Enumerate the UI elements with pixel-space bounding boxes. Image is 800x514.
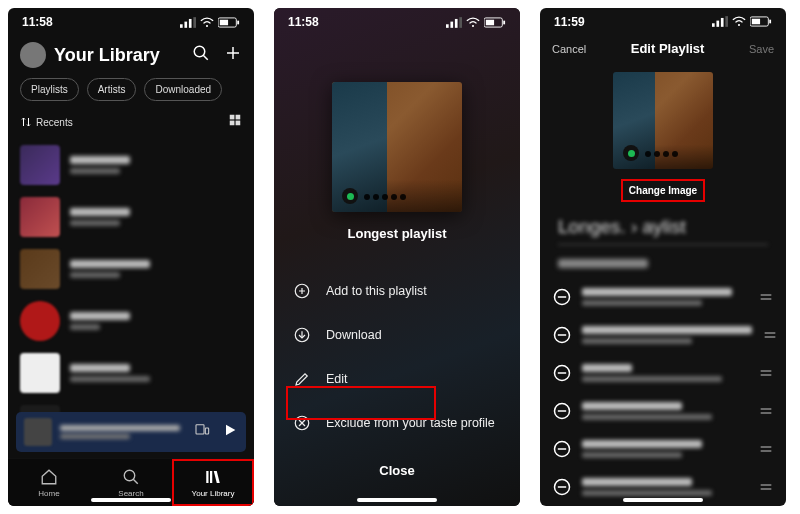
remove-icon[interactable] <box>552 325 572 345</box>
playlist-cover[interactable] <box>613 72 713 169</box>
svg-rect-7 <box>220 19 228 25</box>
remove-icon[interactable] <box>552 477 572 497</box>
wifi-icon <box>466 17 480 28</box>
list-item[interactable] <box>8 191 254 243</box>
track-row[interactable] <box>552 278 774 316</box>
signal-icon <box>446 17 462 28</box>
svg-line-20 <box>133 479 138 484</box>
svg-rect-26 <box>455 18 458 27</box>
close-button[interactable]: Close <box>379 445 414 484</box>
playlist-name: Longest playlist <box>348 226 447 241</box>
remove-icon[interactable] <box>552 363 572 383</box>
svg-marker-23 <box>214 471 220 483</box>
list-item[interactable] <box>8 399 254 412</box>
tab-label: Search <box>118 489 143 498</box>
list-item[interactable] <box>8 139 254 191</box>
track-row[interactable] <box>552 430 774 468</box>
svg-rect-25 <box>450 21 453 27</box>
chip-playlists[interactable]: Playlists <box>20 78 79 101</box>
tab-library[interactable]: Your Library <box>172 459 254 506</box>
library-header: Your Library <box>8 36 254 78</box>
remove-icon[interactable] <box>552 401 572 421</box>
chip-artists[interactable]: Artists <box>87 78 137 101</box>
battery-icon <box>484 17 506 28</box>
svg-rect-0 <box>180 24 183 28</box>
screen-edit-playlist: 11:59 Cancel Edit Playlist Save Change I… <box>540 8 786 506</box>
avatar[interactable] <box>20 42 46 68</box>
nav-bar: Cancel Edit Playlist Save <box>540 35 786 66</box>
chip-downloaded[interactable]: Downloaded <box>144 78 222 101</box>
drag-handle-icon[interactable] <box>758 441 774 457</box>
track-list[interactable] <box>540 278 786 506</box>
svg-rect-17 <box>205 428 208 434</box>
library-list[interactable] <box>8 139 254 412</box>
svg-rect-6 <box>237 20 239 24</box>
home-indicator <box>91 498 171 502</box>
menu-download[interactable]: Download <box>292 313 502 357</box>
list-item[interactable] <box>8 243 254 295</box>
track-row[interactable] <box>552 354 774 392</box>
svg-rect-31 <box>486 19 494 25</box>
status-bar: 11:58 <box>8 8 254 36</box>
track-row[interactable] <box>552 392 774 430</box>
drag-handle-icon[interactable] <box>758 403 774 419</box>
home-indicator <box>623 498 703 502</box>
status-bar: 11:58 <box>274 8 520 36</box>
add-icon[interactable] <box>224 44 242 66</box>
sort-icon <box>20 116 32 128</box>
svg-rect-46 <box>769 20 771 24</box>
svg-line-9 <box>203 55 208 60</box>
track-row[interactable] <box>552 316 774 354</box>
drag-handle-icon[interactable] <box>758 479 774 495</box>
drag-handle-icon[interactable] <box>762 327 778 343</box>
drag-handle-icon[interactable] <box>758 365 774 381</box>
svg-rect-2 <box>189 18 192 27</box>
wifi-icon <box>732 16 746 27</box>
svg-point-4 <box>206 24 208 26</box>
wifi-icon <box>200 17 214 28</box>
svg-point-44 <box>738 24 740 26</box>
devices-icon[interactable] <box>194 422 214 442</box>
tab-home[interactable]: Home <box>8 459 90 506</box>
status-time: 11:59 <box>554 15 585 29</box>
status-indicators <box>712 16 772 27</box>
svg-rect-27 <box>459 17 462 28</box>
play-icon[interactable] <box>222 422 238 442</box>
svg-rect-21 <box>206 471 208 483</box>
home-icon <box>40 468 58 486</box>
screen-library: 11:58 Your Library Playlists Artists Dow… <box>8 8 254 506</box>
nav-title: Edit Playlist <box>631 41 705 56</box>
library-icon <box>204 468 222 486</box>
sort-row: Recents <box>8 111 254 139</box>
svg-point-8 <box>194 46 205 57</box>
remove-icon[interactable] <box>552 287 572 307</box>
list-item[interactable] <box>8 295 254 347</box>
remove-icon[interactable] <box>552 439 572 459</box>
playlist-title-input[interactable]: Longes. › aylist <box>558 216 768 245</box>
status-indicators <box>180 17 240 28</box>
now-playing-art <box>24 418 52 446</box>
drag-handle-icon[interactable] <box>758 289 774 305</box>
svg-point-19 <box>124 470 135 481</box>
change-image-button[interactable]: Change Image <box>621 179 705 202</box>
svg-rect-40 <box>712 23 715 27</box>
menu-label: Edit <box>326 372 348 386</box>
svg-rect-47 <box>752 19 760 25</box>
now-playing-bar[interactable] <box>16 412 246 452</box>
tab-label: Your Library <box>192 489 235 498</box>
sort-button[interactable]: Recents <box>20 116 73 128</box>
annotation-highlight <box>286 386 436 420</box>
svg-rect-1 <box>184 21 187 27</box>
sort-label: Recents <box>36 117 73 128</box>
menu-add-to-playlist[interactable]: Add to this playlist <box>292 269 502 313</box>
list-item[interactable] <box>8 347 254 399</box>
search-icon[interactable] <box>192 44 210 66</box>
svg-rect-12 <box>230 115 235 120</box>
grid-toggle-icon[interactable] <box>228 113 242 131</box>
status-bar: 11:59 <box>540 8 786 35</box>
battery-icon <box>218 17 240 28</box>
svg-rect-15 <box>236 121 241 126</box>
cancel-button[interactable]: Cancel <box>552 43 586 55</box>
playlist-description-input[interactable] <box>558 259 648 268</box>
save-button[interactable]: Save <box>749 43 774 55</box>
